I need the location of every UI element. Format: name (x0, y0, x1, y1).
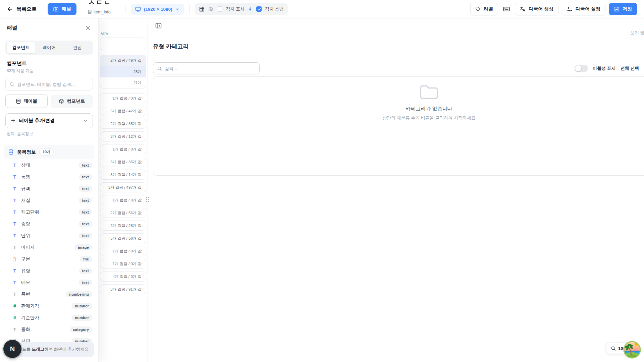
field-type-badge: text (79, 162, 92, 168)
component-segment-button[interactable]: 컴포넌트 (51, 95, 93, 108)
drag-handle-icon[interactable] (146, 197, 150, 202)
add-table-button[interactable]: 테이블 추가/변경 (5, 113, 93, 128)
tab-components[interactable]: 컴포넌트 (7, 42, 35, 53)
table-card[interactable]: 1개 컬럼 / 0개 값 (100, 195, 146, 205)
field-row[interactable]: # 기준단가 number (4, 312, 94, 323)
table-group-card[interactable]: 2개 컬럼 / 49개 값28개21개 (100, 55, 146, 88)
monitor-icon (135, 6, 141, 12)
view-mode-label: 보기 방식 (630, 30, 644, 36)
table-card[interactable]: 4개 컬럼 / 0개 값 (100, 272, 146, 282)
field-count-badge: 19개 (39, 148, 54, 156)
field-type-badge: text (79, 233, 92, 239)
field-name: 메모 (21, 280, 30, 286)
eye-off-icon (208, 6, 214, 12)
field-name: 중량 (21, 221, 30, 227)
field-type-badge: category (70, 326, 92, 333)
field-row[interactable]: T 재질 text (4, 194, 94, 206)
field-row[interactable]: 구분 file (4, 253, 94, 265)
table-header-row[interactable]: 품목정보 19개 (4, 145, 94, 159)
resolution-value: (644 × 362) (144, 7, 172, 12)
table-group-row[interactable]: 2개 컬럼 / 49개 값 (100, 55, 146, 66)
save-button-label: 저장 (623, 6, 632, 12)
resolution-dropdown[interactable]: (644 × 362) (131, 4, 184, 15)
back-to-list-button[interactable]: 목록으로 (7, 6, 37, 12)
assistant-logo-button[interactable]: N (3, 340, 21, 358)
back-to-list-label: 목록으로 (16, 6, 37, 12)
table-card[interactable]: 3개 컬럼 / 91개 값 (100, 284, 146, 294)
field-type-icon: T (12, 186, 17, 191)
keyboard-icon (503, 5, 510, 13)
field-row[interactable]: T 규격 text (4, 183, 94, 194)
table-card[interactable]: 3개 컬럼 / 35개 값 (100, 157, 146, 167)
panel-search (5, 78, 93, 90)
table-card[interactable]: 1개 컬럼 / 0개 값 (100, 93, 146, 103)
table-card[interactable]: 2개 컬럼 / 35개 값 (100, 119, 146, 129)
i18n-settings-button[interactable]: 다국어 설정 (562, 3, 605, 15)
tab-edit[interactable]: 편집 (63, 42, 92, 53)
field-row[interactable]: T 유형 text (4, 265, 94, 277)
panel-header: 패널 (0, 18, 98, 36)
field-name: 품명 (21, 174, 30, 180)
table-segment-button[interactable]: 테이블 (5, 95, 48, 108)
table-card[interactable]: 3개 컬럼 / 14개 값 (100, 170, 146, 180)
table-group-row[interactable]: 28개 (100, 66, 146, 78)
field-row[interactable]: T 재고단위 text (4, 206, 94, 218)
table-card[interactable]: 1개 컬럼 / 0개 값 (100, 144, 146, 154)
field-row[interactable]: T 통화 category (4, 323, 94, 335)
island-emoji-badge[interactable] (623, 340, 642, 359)
grid-snap-checkbox[interactable] (256, 6, 262, 12)
grid-show-checkbox[interactable] (217, 6, 222, 12)
table-group-row[interactable]: 21개 (100, 77, 146, 88)
panel-collapse-icon (155, 22, 162, 29)
field-row[interactable]: T 품번 numbering (4, 288, 94, 300)
background-search-box[interactable] (100, 38, 146, 50)
table-card[interactable]: 5개 컬럼 / 56개 값 (100, 233, 146, 243)
panel-toggle-label: 패널 (62, 6, 71, 12)
magnifier-icon (611, 346, 616, 351)
field-row[interactable]: T 메모 text (4, 277, 94, 288)
panel-tabs: 컴포넌트 레이어 편집 (5, 41, 93, 55)
field-row[interactable]: T 품명 text (4, 171, 94, 183)
inactive-toggle[interactable] (575, 65, 588, 72)
field-row[interactable]: T 이미지 image (4, 241, 94, 253)
inactive-toggle-label: 비활성 표시 (593, 65, 616, 71)
field-name: 단위 (21, 233, 30, 239)
field-row[interactable]: T 단위 text (4, 230, 94, 241)
field-row[interactable]: # 판매가격 number (4, 300, 94, 312)
field-type-icon: T (12, 280, 17, 285)
component-panel: 패널 컴포넌트 레이어 편집 컴포넌트 83개 사용 가능 테이블 (0, 18, 99, 362)
field-type-icon (12, 257, 17, 261)
table-card[interactable]: 2개 컬럼 / 56개 값 (100, 208, 146, 218)
category-search-input[interactable] (165, 66, 256, 71)
field-type-icon: T (12, 268, 17, 273)
table-card[interactable]: 3개 컬럼 / 42개 값 (100, 106, 146, 116)
database-icon (88, 10, 92, 14)
page-section-title: 유형 카테고리 (153, 43, 189, 50)
field-type-icon: T (12, 327, 17, 332)
panel-close-button[interactable] (84, 24, 92, 32)
field-row[interactable]: T 중량 text (4, 218, 94, 230)
table-card[interactable]: 2개 컬럼 / 28개 값 (100, 221, 146, 231)
table-card[interactable]: 1개 컬럼 / 0개 값 (100, 259, 146, 269)
i18n-generate-button[interactable]: 다국어 생성 (515, 3, 558, 15)
table-card[interactable]: 3개 컬럼 / 12개 값 (100, 131, 146, 141)
panel-search-input[interactable] (17, 82, 89, 87)
close-icon (85, 25, 91, 31)
save-button[interactable]: 저장 (609, 3, 637, 15)
component-segment-label: 컴포넌트 (67, 98, 85, 104)
keyboard-shortcuts-button[interactable] (501, 4, 512, 14)
table-name: 품목정보 (17, 149, 36, 155)
panel-resize-divider[interactable] (148, 18, 148, 362)
label-button[interactable]: 라벨 (470, 3, 498, 15)
current-table-label: 현재: 품목정보 (7, 131, 92, 137)
divider (82, 5, 82, 13)
panel-toggle-button[interactable]: 패널 (48, 3, 76, 15)
table-card[interactable]: 1개 컬럼 / 0개 값 (100, 246, 146, 256)
select-all-button[interactable]: 전체 선택 (621, 65, 639, 71)
chevron-down-icon (175, 7, 179, 11)
tab-layers[interactable]: 레이어 (35, 42, 63, 53)
collapse-panel-button[interactable] (154, 21, 163, 30)
table-card[interactable]: 3개 컬럼 / 497개 값 (100, 182, 146, 192)
field-type-icon: # (12, 315, 17, 320)
field-row[interactable]: T 상태 text (4, 159, 94, 171)
